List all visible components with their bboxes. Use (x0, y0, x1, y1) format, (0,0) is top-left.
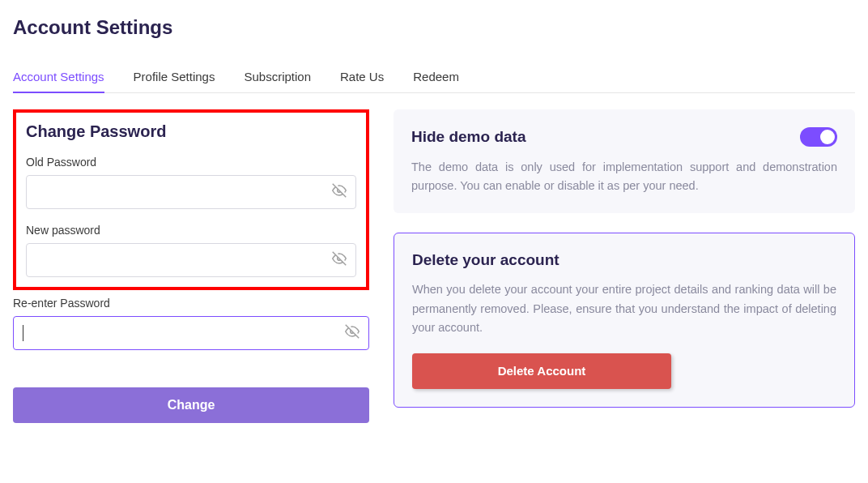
page-title: Account Settings (13, 16, 855, 39)
tab-redeem[interactable]: Redeem (413, 62, 459, 93)
delete-account-text: When you delete your account your entire… (412, 280, 836, 337)
tab-account-settings[interactable]: Account Settings (13, 62, 104, 93)
hide-demo-text: The demo data is only used for implement… (411, 158, 837, 195)
change-password-heading: Change Password (26, 122, 356, 141)
tabs-bar: Account Settings Profile Settings Subscr… (13, 62, 855, 93)
change-password-highlight: Change Password Old Password New passwor… (13, 109, 369, 290)
delete-account-card: Delete your account When you delete your… (394, 233, 855, 408)
reenter-password-input[interactable] (13, 316, 369, 350)
toggle-knob (820, 130, 835, 144)
text-cursor (23, 325, 23, 341)
new-password-input[interactable] (26, 243, 356, 277)
tab-profile-settings[interactable]: Profile Settings (134, 62, 215, 93)
hide-demo-toggle[interactable] (800, 127, 837, 147)
delete-account-button[interactable]: Delete Account (412, 353, 671, 389)
change-button[interactable]: Change (13, 387, 369, 423)
eye-off-icon[interactable] (332, 183, 347, 201)
old-password-input[interactable] (26, 175, 356, 209)
hide-demo-title: Hide demo data (411, 128, 525, 146)
tab-rate-us[interactable]: Rate Us (340, 62, 384, 93)
eye-off-icon[interactable] (345, 324, 360, 342)
reenter-password-label: Re-enter Password (13, 297, 369, 310)
old-password-label: Old Password (26, 156, 356, 169)
tab-subscription[interactable]: Subscription (244, 62, 311, 93)
delete-account-title: Delete your account (412, 251, 836, 269)
hide-demo-card: Hide demo data The demo data is only use… (394, 109, 855, 213)
new-password-label: New password (26, 224, 356, 237)
eye-off-icon[interactable] (332, 251, 347, 269)
